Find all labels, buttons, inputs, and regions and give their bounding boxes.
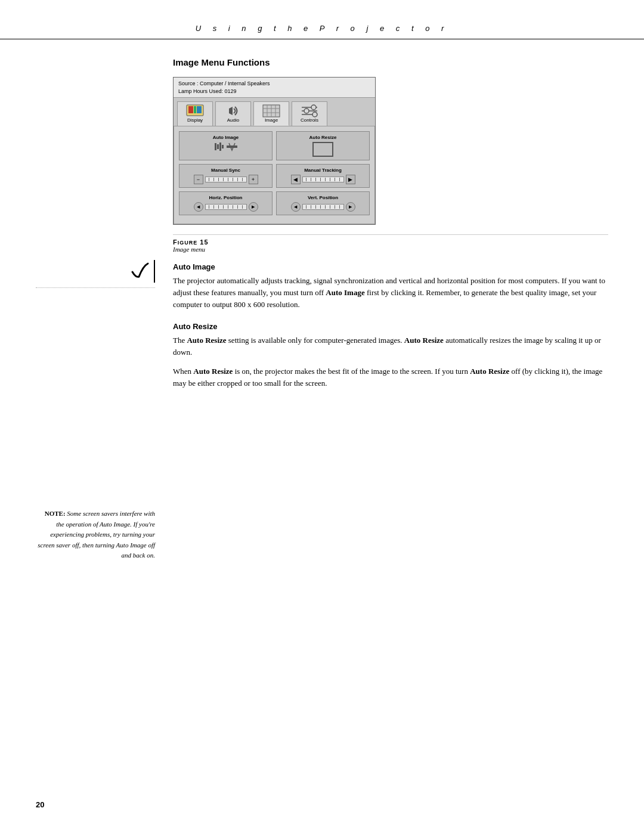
svg-rect-3 xyxy=(197,106,202,113)
display-tab-icon xyxy=(186,104,204,117)
svg-point-11 xyxy=(311,105,316,110)
horiz-left-btn[interactable]: ◀ xyxy=(194,202,203,212)
auto-image-title: Auto Image xyxy=(173,262,608,271)
auto-resize-text1: The Auto Resize setting is available onl… xyxy=(173,335,608,358)
header-title: U s i n g t h e P r o j e c t o r xyxy=(48,24,596,33)
vert-right-btn[interactable]: ▶ xyxy=(346,202,355,212)
auto-resize-section: Auto Resize The Auto Resize setting is a… xyxy=(173,322,608,390)
auto-resize-title: Auto Resize xyxy=(173,322,608,331)
vertical-divider xyxy=(154,260,155,283)
auto-resize-box xyxy=(312,142,333,157)
figure-description: Image menu xyxy=(173,246,608,253)
controls-tab-icon xyxy=(301,104,318,117)
controls-tab-label: Controls xyxy=(301,117,318,123)
svg-rect-22 xyxy=(219,143,221,151)
audio-tab-icon xyxy=(224,104,242,117)
auto-image-icon2 xyxy=(227,142,237,151)
proj-tab-image[interactable]: Image xyxy=(253,101,289,126)
proj-row-3: Horiz. Position ◀ ▶ xyxy=(179,191,370,215)
sidebar-note: NOTE: Some screen savers interfere with … xyxy=(36,509,155,561)
svg-point-15 xyxy=(304,109,309,113)
dots-separator xyxy=(36,287,155,288)
proj-cell-auto-resize: Auto Resize xyxy=(276,131,370,160)
tracking-slider[interactable] xyxy=(302,176,344,182)
svg-rect-23 xyxy=(222,145,224,148)
sync-slider[interactable] xyxy=(205,176,247,182)
proj-cell-manual-sync: Manual Sync − + xyxy=(179,164,273,188)
page-header: U s i n g t h e P r o j e c t o r xyxy=(0,0,644,39)
projector-tabs: Display Audio xyxy=(174,98,375,126)
projector-info-bar: Source : Computer / Internal Speakers La… xyxy=(174,78,375,98)
content-area: Image Menu Functions Source : Computer /… xyxy=(173,57,608,561)
svg-rect-1 xyxy=(188,106,193,113)
sync-minus-btn[interactable]: − xyxy=(194,175,203,184)
auto-image-icon1 xyxy=(214,142,225,151)
svg-marker-4 xyxy=(229,107,233,115)
svg-rect-21 xyxy=(217,144,219,149)
display-tab-label: Display xyxy=(187,117,203,123)
page-number: 20 xyxy=(36,800,44,809)
vert-slider[interactable] xyxy=(302,204,344,210)
auto-resize-text2: When Auto Resize is on, the projector ma… xyxy=(173,366,608,389)
proj-tab-display[interactable]: Display xyxy=(177,101,213,126)
proj-cell-horiz-position: Horiz. Position ◀ ▶ xyxy=(179,191,273,215)
svg-point-18 xyxy=(312,112,317,117)
proj-cell-manual-tracking: Manual Tracking ◀ ▶ xyxy=(276,164,370,188)
figure-label: FIGURE 15 xyxy=(173,239,608,246)
svg-rect-24 xyxy=(227,145,237,148)
svg-rect-20 xyxy=(215,143,216,150)
tracking-right-btn[interactable]: ▶ xyxy=(346,175,355,184)
checkmark-icon xyxy=(128,260,150,283)
figure-caption: FIGURE 15 Image menu xyxy=(173,234,608,253)
main-content: NOTE: Some screen savers interfere with … xyxy=(0,57,644,561)
proj-cell-auto-image: Auto Image xyxy=(179,131,273,160)
image-tab-label: Image xyxy=(265,117,278,123)
auto-image-section: Auto Image The projector automatically a… xyxy=(173,262,608,311)
projector-ui-mockup: Source : Computer / Internal Speakers La… xyxy=(173,77,376,225)
audio-tab-label: Audio xyxy=(227,117,239,123)
proj-row-1: Auto Image xyxy=(179,131,370,160)
projector-content: Auto Image xyxy=(174,126,375,224)
tracking-left-btn[interactable]: ◀ xyxy=(291,175,301,184)
vert-left-btn[interactable]: ◀ xyxy=(291,202,301,212)
horiz-right-btn[interactable]: ▶ xyxy=(249,202,258,212)
auto-image-text: The projector automatically adjusts trac… xyxy=(173,275,608,311)
sidebar: NOTE: Some screen savers interfere with … xyxy=(36,57,155,561)
auto-image-controls xyxy=(214,142,237,151)
proj-row-2: Manual Sync − + xyxy=(179,164,370,188)
section-title: Image Menu Functions xyxy=(173,57,608,67)
image-tab-icon xyxy=(262,104,280,117)
horiz-slider[interactable] xyxy=(205,204,247,210)
proj-tab-audio[interactable]: Audio xyxy=(215,101,251,126)
sync-plus-btn[interactable]: + xyxy=(249,175,258,184)
proj-cell-vert-position: Vert. Position ◀ ▶ xyxy=(276,191,370,215)
svg-rect-2 xyxy=(194,106,196,113)
proj-tab-controls[interactable]: Controls xyxy=(292,101,327,126)
